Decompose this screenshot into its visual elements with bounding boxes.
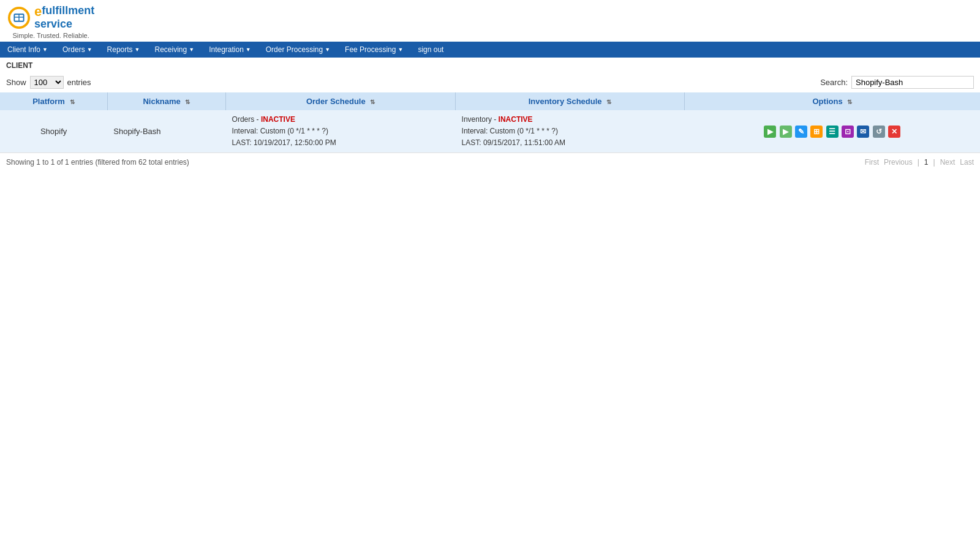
- nav-fee-processing-label: Fee Processing: [345, 45, 396, 54]
- table-row: Shopify Shopify-Bash Orders - INACTIVEIn…: [0, 110, 980, 153]
- pagination: Showing 1 to 1 of 1 entries (filtered fr…: [0, 153, 980, 171]
- nav-order-processing-label: Order Processing: [266, 45, 323, 54]
- col-inventory-schedule-label: Inventory Schedule: [529, 97, 602, 106]
- show-label: Show: [6, 78, 26, 87]
- cell-order-schedule: Orders - INACTIVEInterval: Custom (0 */1…: [226, 110, 456, 153]
- nav-client-info-label: Client Info: [7, 45, 40, 54]
- table-controls: Show 100 25 50 entries Search:: [0, 72, 980, 92]
- col-order-schedule-label: Order Schedule: [306, 97, 366, 106]
- entries-select[interactable]: 100 25 50: [30, 76, 64, 89]
- search-label: Search:: [820, 78, 848, 87]
- search-input[interactable]: [851, 76, 974, 89]
- header: e fulfillment service Simple. Trusted. R…: [0, 0, 980, 42]
- col-platform-label: Platform: [32, 97, 65, 106]
- btn-delete[interactable]: ✕: [888, 126, 900, 138]
- navbar: Client Info ▼ Orders ▼ Reports ▼ Receivi…: [0, 42, 980, 58]
- nav-integration-label: Integration: [209, 45, 244, 54]
- nav-fee-processing-arrow: ▼: [398, 47, 403, 53]
- logo-tagline: Simple. Trusted. Reliable.: [7, 32, 94, 39]
- show-entries-container: Show 100 25 50 entries: [6, 76, 91, 89]
- pagination-first[interactable]: First: [865, 158, 879, 167]
- pagination-divider2: |: [933, 158, 935, 167]
- logo-icon: [7, 6, 31, 29]
- page-nav: First Previous | 1 | Next Last: [865, 158, 974, 167]
- pagination-next[interactable]: Next: [940, 158, 956, 167]
- nav-orders-label: Orders: [62, 45, 85, 54]
- nav-integration[interactable]: Integration ▼: [202, 43, 258, 56]
- nav-fee-processing[interactable]: Fee Processing ▼: [337, 43, 410, 56]
- col-options[interactable]: Options ⇅: [684, 92, 980, 110]
- data-table: Platform ⇅ Nickname ⇅ Order Schedule ⇅ I…: [0, 92, 980, 154]
- logo-container: e fulfillment service Simple. Trusted. R…: [7, 5, 94, 39]
- pagination-previous[interactable]: Previous: [884, 158, 913, 167]
- nav-receiving-label: Receiving: [155, 45, 187, 54]
- col-platform[interactable]: Platform ⇅: [0, 92, 107, 110]
- nav-orders[interactable]: Orders ▼: [55, 43, 100, 56]
- nav-order-processing[interactable]: Order Processing ▼: [258, 43, 337, 56]
- nav-signout[interactable]: sign out: [410, 43, 451, 56]
- inventory-interval: Interval: Custom (0 */1 * * * ?): [462, 127, 558, 135]
- col-inventory-schedule-sort-icon: ⇅: [606, 99, 611, 105]
- nav-integration-arrow: ▼: [246, 47, 251, 53]
- nav-client-info-arrow: ▼: [42, 47, 48, 53]
- orders-text: Orders - INACTIVE: [232, 115, 295, 124]
- col-order-schedule[interactable]: Order Schedule ⇅: [226, 92, 456, 110]
- nav-orders-arrow: ▼: [87, 47, 92, 53]
- nav-receiving-arrow: ▼: [189, 47, 194, 53]
- table-header-row: Platform ⇅ Nickname ⇅ Order Schedule ⇅ I…: [0, 92, 980, 110]
- btn-refresh[interactable]: ↺: [873, 126, 885, 138]
- logo-fulfillment: fulfillment: [42, 5, 94, 18]
- nav-reports-label: Reports: [107, 45, 133, 54]
- nav-reports[interactable]: Reports ▼: [100, 43, 148, 56]
- pagination-last[interactable]: Last: [960, 158, 974, 167]
- cell-inventory-schedule: Inventory - INACTIVEInterval: Custom (0 …: [456, 110, 685, 153]
- col-nickname-label: Nickname: [143, 97, 180, 106]
- col-options-label: Options: [813, 97, 843, 106]
- col-options-sort-icon: ⇅: [847, 99, 852, 105]
- col-nickname[interactable]: Nickname ⇅: [107, 92, 225, 110]
- orders-last: LAST: 10/19/2017, 12:50:00 PM: [232, 138, 336, 147]
- col-inventory-schedule[interactable]: Inventory Schedule ⇅: [456, 92, 685, 110]
- nav-reports-arrow: ▼: [135, 47, 140, 53]
- pagination-divider1: |: [918, 158, 919, 167]
- btn-edit[interactable]: ✎: [795, 126, 807, 138]
- btn-run1[interactable]: ▶: [764, 126, 776, 138]
- logo-service: service: [34, 18, 72, 30]
- cell-options: ▶ ▶ ✎ ⊞ ☰ ⊡ ✉ ↺ ✕: [684, 110, 980, 153]
- col-order-schedule-sort-icon: ⇅: [370, 99, 375, 105]
- page-title: CLIENT: [0, 58, 980, 72]
- inventory-text: Inventory - INACTIVE: [462, 115, 533, 124]
- orders-interval: Interval: Custom (0 */1 * * * ?): [232, 127, 328, 135]
- btn-details[interactable]: ⊞: [810, 126, 823, 138]
- inventory-last: LAST: 09/15/2017, 11:51:00 AM: [462, 138, 565, 147]
- entries-label: entries: [67, 78, 91, 87]
- btn-log[interactable]: ☰: [826, 126, 839, 138]
- logo-e: e: [34, 5, 42, 18]
- nav-client-info[interactable]: Client Info ▼: [0, 43, 55, 56]
- nav-receiving[interactable]: Receiving ▼: [148, 43, 202, 56]
- cell-platform: Shopify: [0, 110, 107, 153]
- btn-grid[interactable]: ⊡: [842, 126, 854, 138]
- logo: e fulfillment service: [7, 5, 94, 31]
- logo-brand: e fulfillment service: [34, 5, 94, 31]
- page-info: Showing 1 to 1 of 1 entries (filtered fr…: [6, 158, 189, 167]
- btn-run2[interactable]: ▶: [780, 126, 792, 138]
- col-nickname-sort-icon: ⇅: [185, 99, 190, 105]
- cell-nickname: Shopify-Bash: [107, 110, 225, 153]
- search-area: Search:: [820, 76, 974, 89]
- col-platform-sort-icon: ⇅: [70, 99, 75, 105]
- nav-order-processing-arrow: ▼: [325, 47, 330, 53]
- pagination-page[interactable]: 1: [924, 158, 929, 167]
- btn-email[interactable]: ✉: [857, 126, 869, 138]
